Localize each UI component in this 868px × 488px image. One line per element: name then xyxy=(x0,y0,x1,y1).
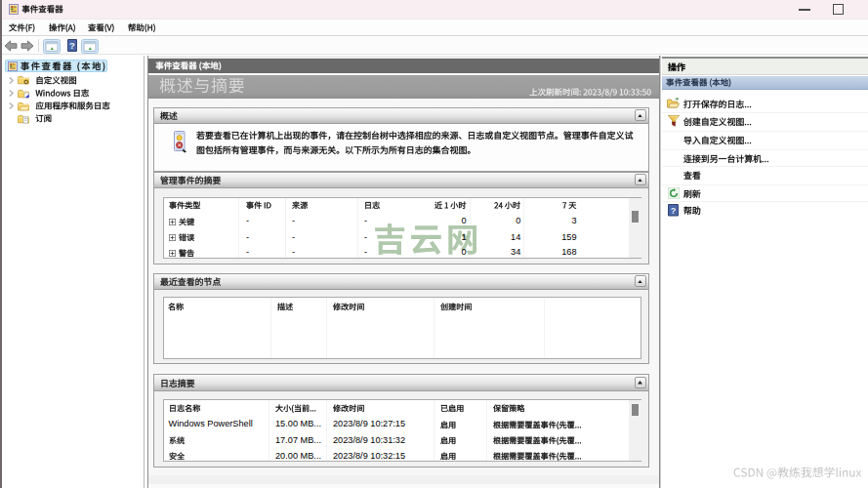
svg-text:?: ? xyxy=(671,206,677,216)
svg-text:?: ? xyxy=(69,40,75,51)
